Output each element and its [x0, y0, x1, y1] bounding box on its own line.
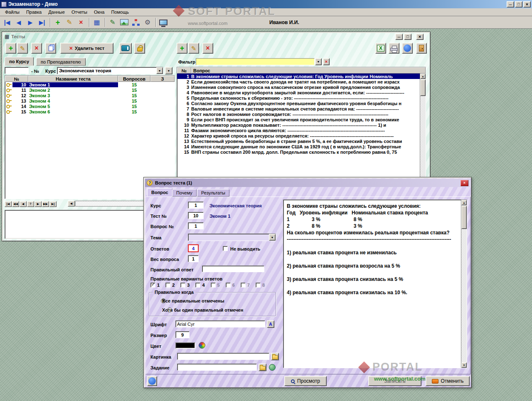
preview-scrollbar[interactable]: ▲ ▼ [461, 200, 467, 368]
maximize-button[interactable]: □ [515, 1, 522, 7]
filter-clear-button[interactable]: × [323, 58, 330, 65]
delete-icon-button[interactable]: × [31, 43, 42, 54]
course-dropdown-button[interactable]: ▼ [156, 67, 163, 74]
variant-checkbox[interactable] [256, 283, 261, 288]
test-row[interactable]: 13Эконом 415 [5, 98, 175, 103]
scroll-up-button[interactable]: ▲ [461, 200, 467, 205]
theme-combobox[interactable]: ▼ [188, 234, 276, 241]
menu-item[interactable]: Окна [91, 9, 108, 15]
test-row[interactable]: 12Эконом 315 [5, 93, 175, 98]
font-input[interactable] [175, 320, 265, 327]
tab-by-teacher[interactable]: по Преподавателю [36, 58, 86, 66]
test-number-input[interactable] [5, 67, 29, 74]
nav-button[interactable]: ▶ [34, 201, 42, 207]
exit-button[interactable] [416, 43, 427, 54]
question-row[interactable]: 9Если рост ВНП происходит за счет увелич… [177, 117, 426, 122]
tab-why[interactable]: Почему [172, 189, 197, 197]
export-excel-button[interactable]: X [375, 43, 386, 54]
menu-item[interactable]: Помощь [108, 9, 132, 15]
variant-checkbox[interactable] [241, 283, 246, 288]
test-row[interactable]: 15Эконом 615 [5, 109, 175, 114]
picture-input[interactable] [177, 353, 269, 360]
compose-button[interactable]: ✎ [107, 17, 118, 28]
question-row[interactable]: 14Имеются следующие данные по экономике … [177, 144, 426, 149]
question-preview-panel[interactable]: В экономике страны сложились следующие у… [283, 199, 467, 368]
question-row[interactable]: 3Изменения совокупного спроса на классич… [177, 84, 426, 90]
edit-record-button[interactable]: ✎ [64, 17, 75, 28]
menu-item[interactable]: Данные [45, 9, 68, 15]
test-row[interactable]: 11Эконом 215 [5, 87, 175, 93]
prior-record-button[interactable]: ◀ [13, 17, 24, 28]
question-row[interactable]: 5Предельная склонность к сбережению - эт… [177, 95, 426, 101]
tab-results[interactable]: Результаты [197, 189, 229, 197]
grid-button[interactable]: ▦ [91, 17, 102, 28]
variant-checkbox[interactable] [211, 283, 216, 288]
delete-record-button[interactable]: × [76, 17, 86, 28]
nav-button[interactable]: ◀◀ [12, 201, 19, 207]
first-record-button[interactable]: |◀ [2, 17, 12, 28]
menu-item[interactable]: Файлы [2, 9, 23, 15]
tests-maximize-button[interactable]: □ [404, 34, 411, 40]
test-number-input[interactable] [188, 212, 204, 219]
variant-checkbox[interactable] [165, 283, 170, 288]
question-row[interactable]: 8Рост налогов в экономике сопровождается… [177, 111, 426, 117]
next-record-button[interactable]: ▶ [25, 17, 36, 28]
test-row[interactable]: 10Эконом 115 [5, 82, 175, 87]
question-row[interactable]: 12Характер кривой спроса на ресурсы опре… [177, 133, 426, 138]
structure-button[interactable] [131, 17, 141, 28]
scroll-left-button[interactable]: ◀ [68, 201, 75, 207]
weight-input[interactable] [188, 255, 199, 262]
book-button[interactable] [119, 43, 132, 54]
globe-icon[interactable] [269, 364, 276, 371]
question-row[interactable]: 11Фазами экономического цикла являются: … [177, 128, 426, 133]
question-row[interactable]: 2Если домохозяйства часть своего дохода … [177, 79, 426, 84]
delete-test-button[interactable]: × Удалить тест [60, 43, 113, 54]
answers-count-input[interactable] [188, 244, 199, 252]
question-row[interactable]: 13Естественный уровень безработицы в стр… [177, 138, 426, 144]
add-test-button[interactable]: + [5, 43, 16, 54]
nav-button[interactable]: ▶| [49, 201, 57, 207]
question-row[interactable]: 15ВНП страны составил 200 млрд. долл. Пр… [177, 149, 426, 155]
theme-dropdown-button[interactable]: ▼ [269, 234, 276, 241]
dialog-close-button[interactable]: × [461, 180, 468, 186]
minimize-button[interactable]: — [507, 1, 514, 7]
delete-question-button[interactable]: × [202, 43, 213, 54]
font-picker-button[interactable]: A [267, 320, 274, 328]
menu-item[interactable]: Правка [23, 9, 45, 15]
last-record-button[interactable]: ▶| [37, 17, 47, 28]
course-extra-dropdown-button[interactable]: ▼ [165, 67, 172, 74]
course-combobox[interactable]: Экономическая теория ▼ [57, 67, 163, 74]
help-button[interactable] [402, 43, 413, 54]
dialog-help-button[interactable] [147, 376, 157, 386]
monitor-button[interactable] [158, 17, 169, 28]
preview-button[interactable]: Просмотр [284, 376, 327, 386]
add-question-button[interactable]: + [177, 43, 187, 54]
col-header-extra[interactable]: З [150, 76, 175, 82]
course-input[interactable] [188, 202, 204, 209]
variant-checkbox[interactable] [180, 283, 185, 288]
nav-button[interactable]: ▶▶ [42, 201, 49, 207]
edit-question-button[interactable]: ✎ [188, 43, 199, 54]
scroll-up-button[interactable]: ▲ [420, 74, 426, 79]
question-number-input[interactable] [188, 222, 204, 229]
tab-question[interactable]: Вопрос [147, 188, 172, 197]
col-header-count[interactable]: Вопросов [118, 76, 150, 82]
variant-checkbox[interactable] [150, 283, 155, 288]
variant-checkbox[interactable] [226, 283, 231, 288]
nav-button[interactable]: ◀ [20, 201, 27, 207]
menu-item[interactable]: Отчеты [68, 9, 91, 15]
tab-by-course[interactable]: по Курсу [5, 57, 34, 66]
col-header-qnum[interactable]: № [177, 67, 191, 74]
col-header-name[interactable]: Название теста [28, 76, 118, 82]
tests-close-button[interactable]: × [416, 34, 424, 40]
col-header-question[interactable]: Вопрос [191, 67, 426, 74]
copy-test-button[interactable] [45, 43, 56, 54]
scroll-down-button[interactable]: ▼ [461, 362, 467, 368]
tests-minimize-button[interactable]: — [395, 34, 403, 40]
task-browse-button[interactable] [259, 364, 266, 371]
close-button[interactable]: × [523, 1, 531, 7]
size-input[interactable] [175, 331, 190, 338]
filter-input[interactable] [196, 58, 315, 65]
color-wheel-icon[interactable] [199, 342, 205, 349]
variant-checkbox[interactable] [195, 283, 200, 288]
